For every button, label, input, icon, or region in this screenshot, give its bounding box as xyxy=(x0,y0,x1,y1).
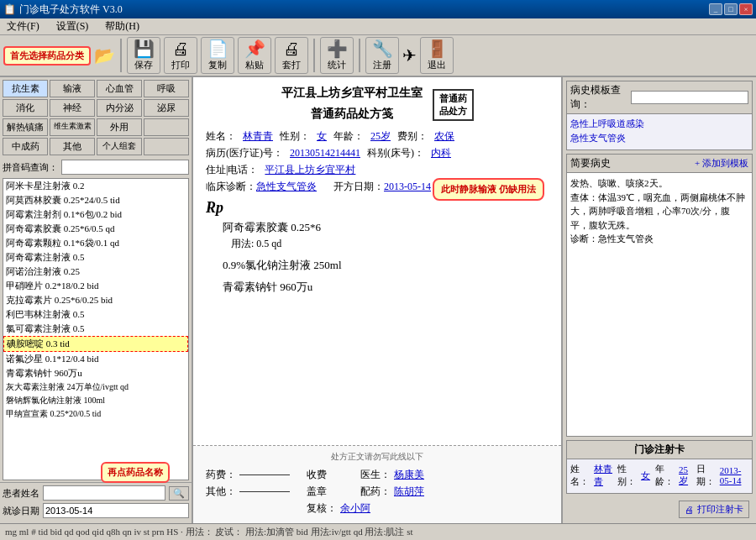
footer-divider-text: 处方正文请勿写此线以下 xyxy=(206,451,549,463)
diagnosis-link[interactable]: 急性支气管炎 xyxy=(256,180,317,194)
tab-personal[interactable]: 个人组套 xyxy=(97,138,142,155)
statistics-button[interactable]: ➕ 统计 xyxy=(320,37,354,74)
drug-item-1[interactable]: 阿莫西林胶囊 0.25*24/0.5 tid xyxy=(3,193,188,207)
drug-fee-label: 药费： xyxy=(206,468,236,482)
menu-bar: 文件(F) 设置(S) 帮助(H) xyxy=(0,18,756,35)
template-print-button[interactable]: 🖨 套打 xyxy=(275,37,308,74)
register-button[interactable]: 🔧 注册 xyxy=(365,37,399,74)
tab-respiratory[interactable]: 呼吸 xyxy=(144,80,189,97)
drug-item-8[interactable]: 克拉霉素片 0.25*6/0.25 bid xyxy=(3,293,188,307)
paste-button[interactable]: 📌 粘贴 xyxy=(238,37,271,74)
menu-settings[interactable]: 设置(S) xyxy=(53,19,92,34)
minimize-button[interactable]: _ xyxy=(709,3,722,15)
add-template-button[interactable]: + 添加到模板 xyxy=(695,157,748,170)
tab-blank xyxy=(144,118,189,136)
template-item-1[interactable]: 急性支气管炎 xyxy=(570,132,748,144)
tab-neuro[interactable]: 神经 xyxy=(50,99,95,117)
print-injection-button[interactable]: 🖨 打印注射卡 xyxy=(679,501,749,518)
drug-usage-0: 用法: 0.5 qd xyxy=(231,237,549,251)
print-injection-label: 打印注射卡 xyxy=(697,503,743,516)
app-icon: 📋 xyxy=(3,3,16,16)
template-print-icon: 🖨 xyxy=(283,40,300,57)
print-button[interactable]: 🖨 打印 xyxy=(164,37,197,74)
drug-item-3[interactable]: 阿奇霉素胶囊 0.25*6/0.5 qd xyxy=(3,222,188,236)
record-no-link[interactable]: 20130514214441 xyxy=(290,147,360,160)
copy-label: 复制 xyxy=(208,59,227,71)
save-button[interactable]: 💾 保存 xyxy=(127,37,160,74)
tab-vitamins[interactable]: 维生素激素 xyxy=(50,118,95,136)
status-text: mg ml # tid bid qd qod qid q8h qn iv st … xyxy=(5,526,413,538)
search-input[interactable] xyxy=(61,160,189,175)
drug-item-10[interactable]: 氯可霉素注射液 0.5 xyxy=(3,322,188,336)
patient-name-link[interactable]: 林青青 xyxy=(243,129,273,144)
airplane-icon: ✈ xyxy=(402,45,417,66)
review-label: 复核： xyxy=(307,501,337,516)
address-link[interactable]: 平江县上坊乡宜平村 xyxy=(265,163,355,177)
patient-gender-link[interactable]: 女 xyxy=(317,129,327,144)
patient-info-row-1: 姓名： 林青青 性别： 女 年龄： 25岁 费别： 农保 xyxy=(206,129,549,144)
visit-date-label: 就诊日期 xyxy=(3,505,39,517)
drug-entry-2: 青霉素钠针 960万u xyxy=(223,280,549,295)
dept-link[interactable]: 内科 xyxy=(431,146,451,160)
drug-tip-bubble: 再点药品名称 xyxy=(101,462,170,483)
patient-name-input[interactable] xyxy=(43,485,165,501)
drug-item-5[interactable]: 阿奇霉素注射液 0.5 xyxy=(3,250,188,265)
rx-date-link[interactable]: 2013-05-14 xyxy=(384,181,431,193)
drug-item-9[interactable]: 利巴韦林注射液 0.5 xyxy=(3,307,188,322)
tab-endocrine[interactable]: 内分泌 xyxy=(97,99,142,117)
template-item-0[interactable]: 急性上呼吸道感染 xyxy=(570,118,748,130)
patient-fee-link[interactable]: 农保 xyxy=(434,129,454,144)
drug-item-14[interactable]: 灰大霉素注射液 24万单位/ivgtt qd xyxy=(3,380,188,394)
menu-help[interactable]: 帮助(H) xyxy=(102,19,143,34)
tab-other[interactable]: 其他 xyxy=(50,138,95,155)
drug-item-0[interactable]: 阿米卡星注射液 0.2 xyxy=(3,179,188,193)
template-search-title: 病史模板查询： xyxy=(567,81,752,114)
drug-item-4[interactable]: 阿奇霉素颗粒 0.1*6袋/0.1 qd xyxy=(3,236,188,250)
drug-entry-0: 阿奇霉素胶囊 0.25*6 用法: 0.5 qd xyxy=(223,220,549,251)
tab-tcm[interactable]: 中成药 xyxy=(3,138,48,155)
tab-cardio[interactable]: 心血管 xyxy=(97,80,142,97)
tab-antibiotic[interactable]: 抗生素 xyxy=(3,80,48,97)
exit-icon: 🚪 xyxy=(427,40,448,57)
main-container: 抗生素 输液 心血管 呼吸 消化 神经 内分泌 泌尿 解热镇痛 维生素激素 外用… xyxy=(0,77,756,523)
drug-item-6[interactable]: 阿诺治注射液 0.25 xyxy=(3,265,188,279)
patient-age-link[interactable]: 25岁 xyxy=(370,129,391,144)
tab-analgesic[interactable]: 解热镇痛 xyxy=(3,118,48,136)
history-text: 发热、咳嗽、咳痰2天。查体：体温39℃，咽充血，两侧扁桃体不肿大，两肺呼吸音增粗… xyxy=(570,178,745,244)
copy-button[interactable]: 📄 复制 xyxy=(201,37,234,74)
label-date: 开方日期： xyxy=(333,180,384,194)
injection-card: 门诊注射卡 姓名： 林青青 性别： 女 年龄： 25岁 日期： 2013-05-… xyxy=(566,440,753,494)
seal-label: 盖章 xyxy=(307,485,327,499)
patient-area: 患者姓名 🔍 就诊日期 xyxy=(0,482,192,523)
injection-card-title: 门诊注射卡 xyxy=(567,441,752,459)
visit-date-input[interactable] xyxy=(43,503,189,518)
drug-item-11[interactable]: 碘胺嘧啶 0.3 tid xyxy=(3,336,188,352)
history-section: 简要病史 + 添加到模板 发热、咳嗽、咳痰2天。查体：体温39℃，咽充血，两侧扁… xyxy=(566,154,753,437)
window-controls[interactable]: _ □ × xyxy=(709,3,753,15)
drug-name-0: 阿奇霉素胶囊 0.25*6 xyxy=(223,220,549,235)
tab-urinary[interactable]: 泌尿 xyxy=(144,99,189,117)
tab-digestive[interactable]: 消化 xyxy=(3,99,48,117)
drug-item-13[interactable]: 青霉素钠针 960万u xyxy=(3,366,188,380)
drug-item-16[interactable]: 甲纳宣宣素 0.25*20/0.5 tid xyxy=(3,407,188,421)
menu-file[interactable]: 文件(F) xyxy=(3,19,43,34)
drug-item-12[interactable]: 诺氟沙星 0.1*12/0.4 bid xyxy=(3,352,188,366)
register-icon: 🔧 xyxy=(372,40,393,57)
doctor-name: 杨康美 xyxy=(394,468,424,482)
drug-item-7[interactable]: 甲硝唑片 0.2*18/0.2 bid xyxy=(3,279,188,293)
drug-list: 阿米卡星注射液 0.2 阿莫西林胶囊 0.25*24/0.5 tid 阿霉素注射… xyxy=(3,178,189,480)
tab-external[interactable]: 外用 xyxy=(97,118,142,136)
drug-item-2[interactable]: 阿霉素注射剂 0.1*6包/0.2 bid xyxy=(3,207,188,222)
footer-row-2: 其他： 盖章 配药： 陈胡萍 xyxy=(206,485,549,499)
dispenser-name: 陈胡萍 xyxy=(394,485,424,499)
template-search-input[interactable] xyxy=(631,91,748,104)
maximize-button[interactable]: □ xyxy=(724,3,738,15)
drug-item-15[interactable]: 磐钠辉氯化钠注射液 100ml xyxy=(3,394,188,407)
history-title: 简要病史 + 添加到模板 xyxy=(567,155,752,173)
tab-infusion[interactable]: 输液 xyxy=(50,80,95,97)
exit-button[interactable]: 🚪 退出 xyxy=(420,37,454,74)
patient-query-button[interactable]: 🔍 xyxy=(169,486,189,501)
dispenser-label: 配药： xyxy=(360,485,391,499)
label-name: 姓名： xyxy=(206,129,236,144)
close-button[interactable]: × xyxy=(739,3,753,15)
